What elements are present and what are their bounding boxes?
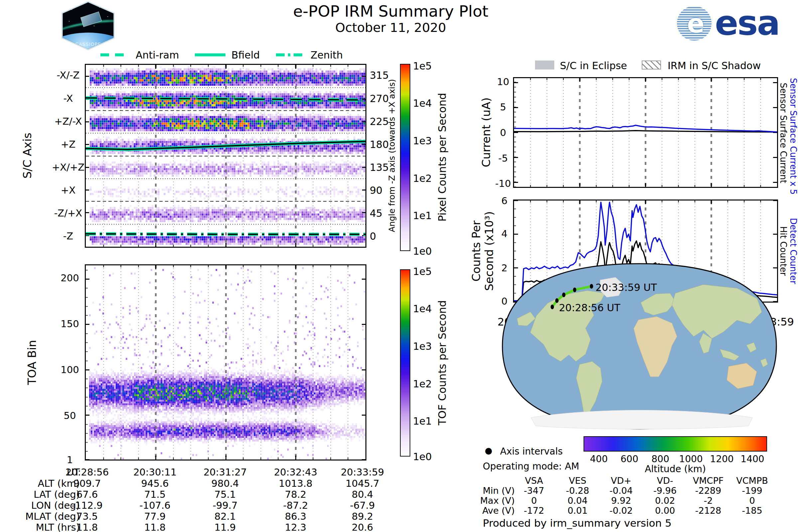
eph-cell: 20:33:59 [324, 467, 401, 478]
angle-tick-315: 315 [370, 70, 389, 81]
vt-cell: -185 [727, 506, 777, 516]
pixel-cb-1e2: 1e2 [413, 173, 432, 184]
eph-cell: 80.4 [324, 489, 401, 500]
legend-zenith-label: Zenith [310, 49, 343, 61]
page-date: October 11, 2020 [253, 20, 529, 35]
pixel-colorbar [400, 64, 410, 251]
vt-cell: -172 [509, 506, 559, 516]
angle-tick-135: 135 [370, 162, 389, 173]
vt-cell: 0.04 [553, 495, 603, 506]
page-title: e-POP IRM Summary Plot [253, 2, 529, 20]
cur-tick-m10: -10 [495, 178, 511, 189]
vt-cell: 9.92 [596, 495, 646, 506]
toa-spectrogram-panel [85, 264, 366, 460]
vt-cell: -9.96 [640, 486, 690, 496]
axis-intervals-dot-icon: ● [485, 445, 492, 456]
vt-cell: 0.01 [553, 506, 603, 516]
axis-intervals-label: Axis intervals [500, 446, 563, 457]
vt-col-vmcpf: VMCPF [683, 475, 733, 486]
eph-cell: -87.2 [258, 500, 334, 511]
eph-cell: 20:31:27 [187, 467, 263, 478]
axis-tick--z-px: -Z/+X [54, 208, 82, 219]
pixel-spectrogram-panel [85, 64, 366, 248]
page-title-block: e-POP IRM Summary Plot October 11, 2020 [253, 2, 529, 35]
angle-tick-270: 270 [370, 93, 389, 104]
epop-irm-summary-page: { "header": { "title": "e-POP IRM Summar… [0, 0, 798, 532]
vt-col-vdp: VD+ [596, 475, 646, 486]
pixel-colorbar-label: Pixel Counts per Second [436, 93, 449, 222]
eph-cell: 909.7 [49, 478, 125, 489]
pixel-spectrogram-canvas [86, 65, 365, 247]
eclipse-swatch-icon [535, 60, 554, 70]
altitude-colorbar [584, 436, 767, 452]
counts-right-label-blue: Detect Counter [788, 218, 798, 284]
tof-colorbar [400, 269, 410, 457]
eph-cell: -99.7 [187, 500, 263, 511]
axis-tick-pz-x: +Z/-X [55, 116, 82, 127]
angle-tick-90: 90 [370, 185, 382, 196]
toa-tick-100: 100 [60, 364, 79, 375]
eph-cell: 89.2 [324, 511, 401, 522]
vt-row-max: Max (V) [475, 495, 515, 506]
eph-cell: 67.6 [49, 489, 125, 500]
current-panel [513, 77, 778, 188]
eph-cell: 1013.8 [258, 478, 334, 489]
toa-panel-ylabel: TOA Bin [25, 340, 39, 385]
vt-row-ave: Ave (V) [475, 506, 515, 516]
vt-cell: -347 [509, 486, 559, 496]
alt-tick-1400: 1400 [740, 454, 764, 464]
current-right-label-blue: Sensor Surface Current x 5 [788, 78, 798, 195]
current-panel-ylabel: Current (uA) [479, 97, 493, 167]
vt-cell: -2 [683, 495, 733, 506]
vt-cell: -199 [727, 486, 777, 496]
bfield-line-icon [194, 53, 226, 57]
vt-cell: 0.02 [640, 495, 690, 506]
pixel-cb-1e3: 1e3 [413, 135, 432, 147]
alt-tick-1200: 1200 [710, 454, 734, 464]
vt-col-vcmpb: VCMPB [727, 475, 777, 486]
toa-spectrogram-canvas [86, 265, 365, 459]
shadow-swatch-icon [642, 60, 661, 70]
shadow-label: IRM in S/C Shadow [668, 60, 761, 72]
eph-cell: 980.4 [187, 478, 263, 489]
eph-cell: 75.1 [187, 489, 263, 500]
tof-cb-1e2: 1e2 [413, 378, 432, 390]
map-start-time-label: 20:28:56 UT [559, 302, 621, 314]
axis-tick--x: -X [63, 93, 73, 104]
angle-tick-180: 180 [370, 139, 389, 150]
vt-col-vsa: VSA [509, 475, 559, 486]
toa-tick-200: 200 [60, 272, 79, 284]
vt-cell: 0 [509, 495, 559, 506]
vt-col-ves: VES [553, 475, 603, 486]
cur-tick-5: 5 [500, 101, 506, 113]
toa-tick-1: 1 [67, 454, 73, 466]
legend-bfield-label: Bfield [231, 49, 260, 61]
legend-anti-ram-label: Anti-ram [136, 49, 179, 61]
cnt-tick-4: 4 [501, 228, 507, 240]
cassiope-mission-patch: CASSIOPE [59, 1, 117, 50]
zenith-line-icon [275, 53, 306, 57]
cur-tick-10: 10 [497, 76, 509, 88]
pixel-cb-1e1: 1e1 [413, 210, 432, 222]
vt-cell: -2289 [683, 486, 733, 496]
alt-tick-600: 600 [621, 454, 638, 464]
toa-tick-50: 50 [64, 410, 76, 421]
esa-logo: esa [715, 3, 779, 43]
cassiope-label: CASSIOPE [60, 41, 116, 47]
eph-cell: -112.9 [49, 500, 125, 511]
tof-cb-1e3: 1e3 [413, 341, 432, 352]
vt-cell: -0.04 [596, 486, 646, 496]
eph-cell: 20:30:11 [117, 467, 193, 478]
pixel-cb-1e0: 1e0 [413, 245, 432, 257]
tof-cb-1e0: 1e0 [413, 451, 432, 462]
axis-tick-px: +X [61, 185, 75, 196]
current-chart [514, 78, 777, 187]
eph-cell: -67.9 [324, 500, 401, 511]
esa-globe-icon: e [677, 6, 711, 41]
cur-tick-m5: -5 [498, 153, 508, 164]
anti-ram-line-icon [100, 53, 130, 57]
eph-cell: 86.3 [258, 511, 334, 522]
tof-colorbar-label: TOF Counts per Second [436, 300, 449, 425]
eph-cell: -107.6 [117, 500, 193, 511]
angle-tick-225: 225 [370, 116, 389, 127]
